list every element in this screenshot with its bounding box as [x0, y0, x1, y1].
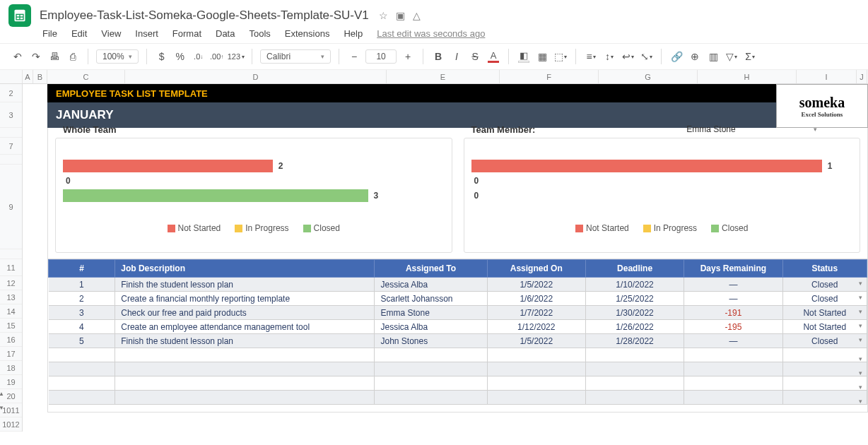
table-row[interactable]: 2Create a financial monthly reporting te… [49, 292, 867, 306]
font-size-decrease[interactable]: − [346, 47, 362, 66]
star-icon[interactable]: ☆ [379, 10, 388, 21]
document-title[interactable]: Employee-Task-List-Someka-Google-Sheets-… [40, 8, 369, 23]
table-header-days[interactable]: Days Remaining [684, 260, 782, 278]
redo-button[interactable]: ↷ [28, 47, 44, 66]
table-row[interactable] [49, 391, 867, 405]
table-row[interactable]: 3Check our free and paid productsEmma St… [49, 306, 867, 320]
print-button[interactable]: 🖶 [47, 47, 62, 66]
cell-status[interactable] [782, 362, 867, 376]
italic-button[interactable]: I [449, 47, 464, 66]
table-row[interactable] [49, 376, 867, 391]
cell-deadline[interactable]: 1/28/2022 [585, 334, 684, 348]
menu-data[interactable]: Data [216, 28, 235, 39]
decrease-decimal-button[interactable]: .0↓ [191, 47, 206, 66]
menu-extensions[interactable]: Extensions [285, 28, 330, 39]
cell-job[interactable] [115, 391, 375, 405]
cell-who[interactable] [375, 391, 487, 405]
cell-assigned-on[interactable] [487, 362, 585, 376]
cell-assigned-on[interactable]: 1/6/2022 [487, 292, 585, 306]
cell-num[interactable] [49, 376, 115, 391]
menu-view[interactable]: View [101, 28, 121, 39]
cell-job[interactable] [115, 362, 375, 376]
table-header-assigned-on[interactable]: Assigned On [487, 260, 585, 278]
cell-num[interactable] [49, 391, 115, 405]
cell-deadline[interactable]: 1/10/2022 [585, 278, 684, 292]
cell-who[interactable]: Emma Stone [375, 306, 487, 320]
vertical-align-button[interactable]: ↕▾ [602, 47, 617, 66]
menu-tools[interactable]: Tools [249, 28, 270, 39]
insert-comment-button[interactable]: ⊕ [687, 47, 703, 66]
table-row[interactable]: 4Create an employee attendance managemen… [49, 320, 867, 334]
cell-who[interactable]: Jessica Alba [375, 320, 487, 334]
functions-button[interactable]: Σ▾ [742, 47, 758, 66]
cell-deadline[interactable] [585, 391, 684, 405]
table-header-deadline[interactable]: Deadline [585, 260, 684, 278]
paint-format-button[interactable]: ⎙ [65, 47, 81, 66]
cell-status[interactable]: Closed [782, 292, 867, 306]
cell-days[interactable]: — [684, 334, 782, 348]
chevron-down-icon[interactable]: ▾ [814, 126, 817, 133]
cell-days[interactable] [684, 391, 782, 405]
horizontal-align-button[interactable]: ≡▾ [583, 47, 599, 66]
cell-status[interactable] [782, 391, 867, 405]
merge-cells-button[interactable]: ⬚▾ [553, 47, 568, 66]
cell-job[interactable] [115, 348, 375, 362]
cell-job[interactable]: Create an employee attendance management… [115, 320, 375, 334]
cell-who[interactable]: John Stones [375, 334, 487, 348]
cell-deadline[interactable]: 1/26/2022 [585, 320, 684, 334]
cell-assigned-on[interactable]: 1/7/2022 [487, 306, 585, 320]
text-rotation-button[interactable]: ⤡▾ [638, 47, 654, 66]
format-percent-button[interactable]: % [172, 47, 188, 66]
zoom-select[interactable]: 100%▾ [96, 49, 139, 64]
table-header-assigned-to[interactable]: Assigned To [375, 260, 487, 278]
strike-button[interactable]: S [467, 47, 483, 66]
increase-decimal-button[interactable]: .00↑ [209, 47, 225, 66]
team-member-select[interactable]: Emma Stone [658, 124, 764, 134]
table-header-status[interactable]: Status [782, 260, 867, 278]
cell-status[interactable]: Not Started [782, 320, 867, 334]
last-edit-link[interactable]: Last edit was seconds ago [377, 28, 485, 39]
table-row[interactable] [49, 348, 867, 362]
cell-days[interactable] [684, 362, 782, 376]
cell-assigned-on[interactable] [487, 391, 585, 405]
cell-assigned-on[interactable]: 1/5/2022 [487, 278, 585, 292]
bold-button[interactable]: B [430, 47, 446, 66]
cell-days[interactable]: — [684, 292, 782, 306]
cell-job[interactable] [115, 376, 375, 391]
cell-assigned-on[interactable]: 1/12/2022 [487, 320, 585, 334]
menu-help[interactable]: Help [344, 28, 363, 39]
filter-button[interactable]: ▽▾ [724, 47, 739, 66]
cell-num[interactable]: 3 [49, 306, 115, 320]
table-row[interactable]: 1Finish the student lesson planJessica A… [49, 278, 867, 292]
cell-deadline[interactable]: 1/30/2022 [585, 306, 684, 320]
cell-days[interactable] [684, 376, 782, 391]
cell-deadline[interactable] [585, 348, 684, 362]
cell-assigned-on[interactable]: 1/5/2022 [487, 334, 585, 348]
table-row[interactable] [49, 362, 867, 376]
cell-deadline[interactable] [585, 376, 684, 391]
cell-who[interactable] [375, 362, 487, 376]
cell-deadline[interactable] [585, 362, 684, 376]
format-currency-button[interactable]: $ [154, 47, 170, 66]
table-header-num[interactable]: # [49, 260, 115, 278]
text-wrap-button[interactable]: ↩▾ [620, 47, 635, 66]
cell-days[interactable]: -195 [684, 320, 782, 334]
number-format-select[interactable]: 123▾ [228, 47, 245, 66]
borders-button[interactable]: ▦ [534, 47, 550, 66]
sheets-icon[interactable] [8, 4, 31, 27]
menu-file[interactable]: File [42, 28, 57, 39]
table-row[interactable]: 5Finish the student lesson planJohn Ston… [49, 334, 867, 348]
cell-status[interactable]: Not Started [782, 306, 867, 320]
table-header-job[interactable]: Job Description [115, 260, 375, 278]
cell-who[interactable]: Jessica Alba [375, 278, 487, 292]
cell-status[interactable]: Closed [782, 278, 867, 292]
cell-assigned-on[interactable] [487, 348, 585, 362]
cell-who[interactable]: Scarlett Johansson [375, 292, 487, 306]
cell-num[interactable]: 1 [49, 278, 115, 292]
insert-chart-button[interactable]: ▥ [705, 47, 721, 66]
cell-job[interactable]: Finish the student lesson plan [115, 334, 375, 348]
cell-status[interactable] [782, 376, 867, 391]
cell-days[interactable]: -191 [684, 306, 782, 320]
task-table[interactable]: # Job Description Assigned To Assigned O… [48, 259, 867, 405]
cell-who[interactable] [375, 348, 487, 362]
